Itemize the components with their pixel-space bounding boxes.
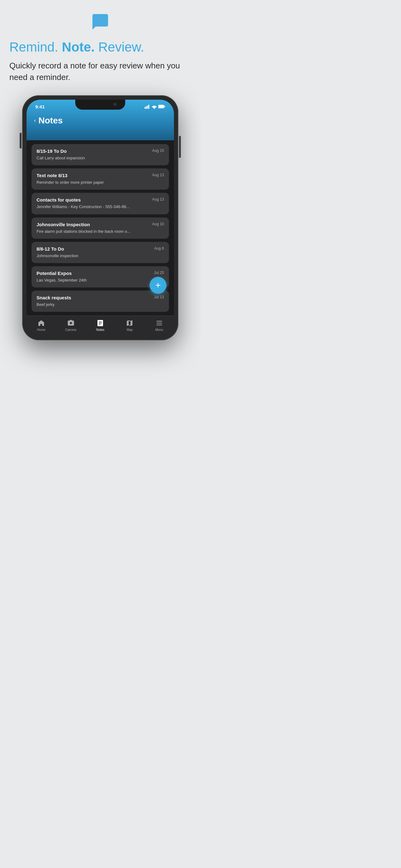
- phone-header: 9:41: [27, 100, 174, 140]
- note-date: Aug 13: [152, 173, 164, 177]
- note-top: Potential Expos Jul 25: [37, 271, 164, 276]
- back-arrow[interactable]: ‹: [34, 117, 36, 124]
- signal-icon: [144, 105, 150, 109]
- home-tab-label: Home: [37, 328, 45, 332]
- note-preview: Reminder to order more printer paper: [37, 180, 164, 185]
- note-date: Aug 8: [154, 246, 164, 251]
- tab-home[interactable]: Home: [27, 319, 56, 332]
- svg-rect-4: [158, 105, 164, 108]
- note-top: Text note 8/13 Aug 13: [37, 173, 164, 178]
- svg-rect-11: [157, 323, 162, 323]
- menu-tab-label: Menu: [155, 328, 163, 332]
- svg-rect-12: [157, 324, 162, 325]
- status-icons: [144, 105, 165, 109]
- camera-dot: [113, 103, 116, 106]
- note-card[interactable]: 8/15-19 To Do Aug 15 Call Larry about ex…: [32, 144, 169, 165]
- menu-tab-icon: [155, 319, 163, 327]
- subtext: Quickly record a note for easy review wh…: [9, 60, 191, 83]
- camera-tab-label: Camera: [65, 328, 76, 332]
- note-card[interactable]: 8/8-12 To Do Aug 8 Johnsonville inspecti…: [32, 242, 169, 263]
- tab-menu[interactable]: Menu: [144, 319, 174, 332]
- note-card[interactable]: Contacts for quotes Aug 13 Jennifer Will…: [32, 193, 169, 214]
- note-date: Jul 13: [154, 295, 164, 299]
- svg-rect-5: [164, 106, 165, 107]
- tab-map[interactable]: Map: [115, 319, 144, 332]
- notes-list-container: 8/15-19 To Do Aug 15 Call Larry about ex…: [27, 140, 174, 316]
- svg-rect-1: [146, 106, 147, 109]
- tab-notes[interactable]: Notes: [86, 319, 115, 332]
- headline: Remind. Note. Review.: [9, 40, 191, 54]
- add-note-button[interactable]: +: [149, 277, 166, 294]
- note-preview: Johnsonville inspection: [37, 253, 164, 259]
- svg-rect-3: [148, 105, 149, 109]
- note-title: Johnsonville Inspection: [37, 222, 90, 227]
- camera-tab-icon: [67, 319, 75, 327]
- note-card[interactable]: Potential Expos Jul 25 Las Vegas, Septem…: [32, 266, 169, 287]
- note-preview: Fire alarm pull stations blocked in the …: [37, 229, 164, 234]
- note-title: Text note 8/13: [37, 173, 67, 178]
- notch: [75, 100, 125, 110]
- note-top: 8/8-12 To Do Aug 8: [37, 246, 164, 251]
- note-top: 8/15-19 To Do Aug 15: [37, 148, 164, 154]
- note-top: Johnsonville Inspection Aug 10: [37, 222, 164, 227]
- status-time: 9:41: [35, 104, 45, 110]
- page-title: Notes: [38, 116, 63, 126]
- map-tab-icon: [126, 319, 134, 327]
- svg-rect-0: [144, 107, 145, 109]
- battery-icon: [158, 105, 165, 108]
- note-title: Potential Expos: [37, 271, 72, 276]
- note-card[interactable]: Text note 8/13 Aug 13 Reminder to order …: [32, 168, 169, 190]
- page-title-bar: ‹ Notes: [27, 112, 174, 132]
- note-preview: Las Vegas, September 24th: [37, 277, 164, 283]
- note-title: Snack requests: [37, 295, 71, 300]
- svg-rect-2: [147, 105, 148, 109]
- notes-tab-icon: [96, 319, 104, 327]
- hero-chat-icon: [91, 12, 110, 32]
- note-date: Aug 13: [152, 197, 164, 202]
- phone-screen: 9:41: [27, 100, 174, 336]
- tab-bar: Home Camera Notes Map Menu: [27, 316, 174, 336]
- svg-rect-10: [157, 321, 162, 321]
- map-tab-label: Map: [127, 328, 133, 332]
- note-date: Aug 10: [152, 222, 164, 226]
- home-tab-icon: [37, 319, 45, 327]
- phone-frame: 9:41: [22, 95, 178, 340]
- note-preview: Jennifer Williams - Key Construction - 5…: [37, 204, 164, 210]
- note-date: Aug 15: [152, 148, 164, 153]
- notes-tab-label: Notes: [96, 328, 104, 332]
- note-title: Contacts for quotes: [37, 197, 81, 203]
- phone-mockup: 9:41: [19, 95, 181, 340]
- note-top: Contacts for quotes Aug 13: [37, 197, 164, 203]
- note-title: 8/15-19 To Do: [37, 148, 67, 154]
- note-preview: Beef jerky: [37, 302, 164, 307]
- note-title: 8/8-12 To Do: [37, 246, 64, 251]
- note-date: Jul 25: [154, 271, 164, 275]
- note-card[interactable]: Snack requests Jul 13 Beef jerky: [32, 290, 169, 312]
- note-preview: Call Larry about expansion: [37, 155, 164, 161]
- wifi-icon: [152, 105, 157, 109]
- note-top: Snack requests Jul 13: [37, 295, 164, 300]
- note-card[interactable]: Johnsonville Inspection Aug 10 Fire alar…: [32, 217, 169, 239]
- tab-camera[interactable]: Camera: [56, 319, 85, 332]
